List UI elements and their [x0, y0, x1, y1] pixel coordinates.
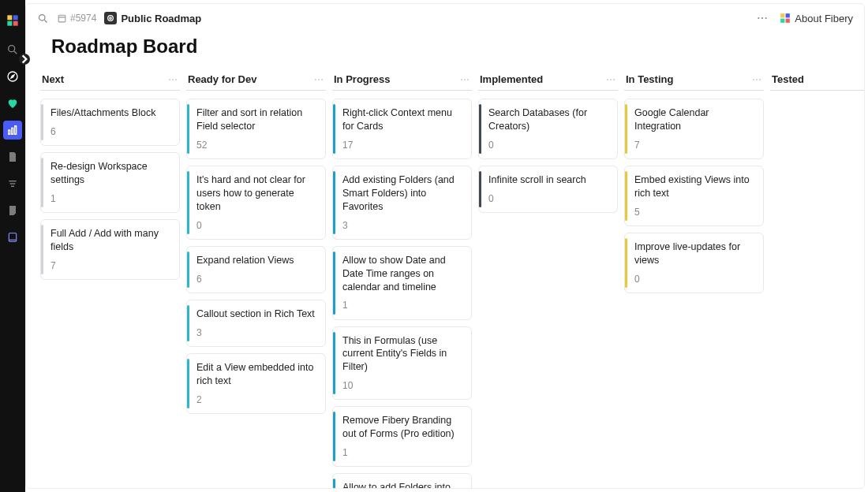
column-title: In Progress	[334, 73, 391, 85]
about-link[interactable]: About Fibery	[780, 13, 853, 24]
card-count: 3	[341, 219, 463, 232]
card-title: Add existing Folders (and Smart Folders)…	[341, 173, 463, 214]
about-link-text: About Fibery	[795, 13, 853, 24]
breadcrumb-title-text: Public Roadmap	[121, 13, 201, 24]
board-card[interactable]: Edit a View embedded into rich text2	[186, 353, 326, 414]
card-stripe	[479, 171, 481, 207]
svg-rect-26	[786, 13, 790, 17]
column-header: In Testing	[624, 70, 764, 91]
topbar: #5974 Public Roadmap About Fibery	[26, 4, 864, 32]
more-menu-button[interactable]	[753, 9, 772, 28]
svg-rect-10	[15, 126, 17, 135]
board-card[interactable]: Google Calendar Integration7	[624, 99, 764, 159]
card-count: 10	[341, 379, 463, 392]
card-title: Callout section in Rich Text	[195, 308, 317, 321]
card-title: Full Add / Add with many fields	[49, 227, 171, 254]
heart-icon[interactable]	[3, 94, 22, 113]
kanban-board: NextFiles/Attachments Block6Re-design Wo…	[26, 70, 864, 488]
board-card[interactable]: Add existing Folders (and Smart Folders)…	[332, 166, 472, 240]
card-count: 2	[195, 393, 317, 406]
list-icon[interactable]	[3, 174, 22, 193]
board-card[interactable]: Improve live-updates for views0	[624, 233, 764, 293]
svg-rect-9	[12, 128, 13, 134]
svg-point-34	[321, 79, 323, 80]
note-icon[interactable]	[3, 201, 22, 220]
svg-rect-2	[7, 21, 12, 26]
card-title: Google Calendar Integration	[633, 106, 755, 133]
board-column: Tested	[770, 70, 864, 480]
card-stripe	[333, 479, 335, 488]
book-icon[interactable]	[3, 228, 22, 247]
board-column: In ProgressRight-click Context menu for …	[332, 70, 472, 480]
svg-point-4	[9, 46, 15, 52]
column-menu-icon[interactable]	[459, 74, 470, 85]
board-card[interactable]: Callout section in Rich Text3	[186, 300, 326, 347]
svg-marker-7	[11, 75, 14, 78]
breadcrumb-title[interactable]: Public Roadmap	[104, 12, 201, 24]
card-list: Google Calendar Integration7Embed existi…	[624, 99, 764, 293]
board-card[interactable]: This in Formulas (use current Entity's F…	[332, 326, 472, 401]
column-menu-icon[interactable]	[167, 74, 178, 85]
svg-rect-27	[780, 19, 784, 23]
board-card[interactable]: It's hard and not clear for users how to…	[186, 166, 326, 240]
column-menu-icon[interactable]	[313, 74, 324, 85]
board-card[interactable]: Allow to show Date and Date Time ranges …	[332, 246, 472, 320]
board-card[interactable]: Full Add / Add with many fields7	[40, 219, 180, 280]
title-row: Roadmap Board	[26, 32, 864, 70]
board-card[interactable]: Allow to add Folders into favorites0	[332, 473, 472, 488]
card-title: Search Databases (for Creators)	[487, 106, 609, 133]
column-menu-icon[interactable]	[605, 74, 616, 85]
column-menu-icon[interactable]	[751, 74, 762, 85]
svg-rect-8	[9, 130, 10, 134]
roadmap-icon	[104, 12, 117, 24]
card-count: 0	[633, 273, 755, 285]
card-list: Search Databases (for Creators)0Infinite…	[478, 99, 618, 213]
card-title: Right-click Context menu for Cards	[341, 106, 463, 133]
expand-sidebar-icon[interactable]	[19, 54, 30, 65]
card-count: 3	[195, 326, 317, 339]
card-stripe	[41, 225, 43, 274]
card-title: Infinite scroll in search	[487, 173, 609, 187]
board-card[interactable]: Expand relation Views6	[186, 246, 326, 293]
page-icon[interactable]	[3, 147, 22, 166]
svg-rect-1	[13, 15, 18, 20]
card-stripe	[333, 104, 335, 154]
card-stripe	[625, 238, 627, 288]
column-header: In Progress	[332, 70, 472, 91]
breadcrumb-id[interactable]: #5974	[57, 13, 96, 24]
card-count: 5	[633, 206, 755, 218]
board-card[interactable]: Files/Attachments Block6	[40, 99, 180, 146]
board-column: Ready for DevFilter and sort in relation…	[186, 70, 326, 480]
card-stripe	[187, 359, 189, 408]
svg-point-22	[758, 17, 760, 19]
column-title: Ready for Dev	[188, 73, 256, 85]
svg-point-39	[610, 79, 612, 80]
card-stripe	[41, 158, 43, 207]
card-list: Right-click Context menu for Cards17Add …	[332, 99, 472, 488]
card-stripe	[333, 412, 335, 461]
board-card[interactable]: Filter and sort in relation Field select…	[186, 99, 326, 159]
svg-point-24	[765, 17, 767, 19]
board-column: ImplementedSearch Databases (for Creator…	[478, 70, 618, 480]
board-column: NextFiles/Attachments Block6Re-design Wo…	[40, 70, 180, 480]
card-count: 7	[633, 139, 755, 151]
svg-rect-0	[7, 15, 12, 20]
board-card[interactable]: Search Databases (for Creators)0	[478, 99, 618, 159]
compass-icon[interactable]	[3, 67, 22, 86]
board-card[interactable]: Infinite scroll in search0	[478, 166, 618, 213]
chart-icon[interactable]	[3, 121, 22, 140]
card-stripe	[333, 252, 335, 315]
board-card[interactable]: Embed existing Views into rich text5	[624, 166, 764, 226]
svg-point-41	[753, 79, 754, 80]
svg-point-36	[464, 79, 466, 80]
board-card[interactable]: Remove Fibery Branding out of Forms (Pro…	[332, 406, 472, 467]
svg-point-20	[108, 16, 114, 21]
breadcrumb-id-text: #5974	[70, 13, 96, 24]
main-panel: #5974 Public Roadmap About Fibery Roadma…	[25, 3, 865, 489]
app-logo[interactable]	[5, 13, 21, 28]
column-header: Next	[40, 70, 180, 91]
search-icon[interactable]	[37, 13, 49, 24]
board-card[interactable]: Right-click Context menu for Cards17	[332, 99, 472, 159]
board-card[interactable]: Re-design Workspace settings1	[40, 152, 180, 213]
card-title: Re-design Workspace settings	[49, 160, 171, 187]
